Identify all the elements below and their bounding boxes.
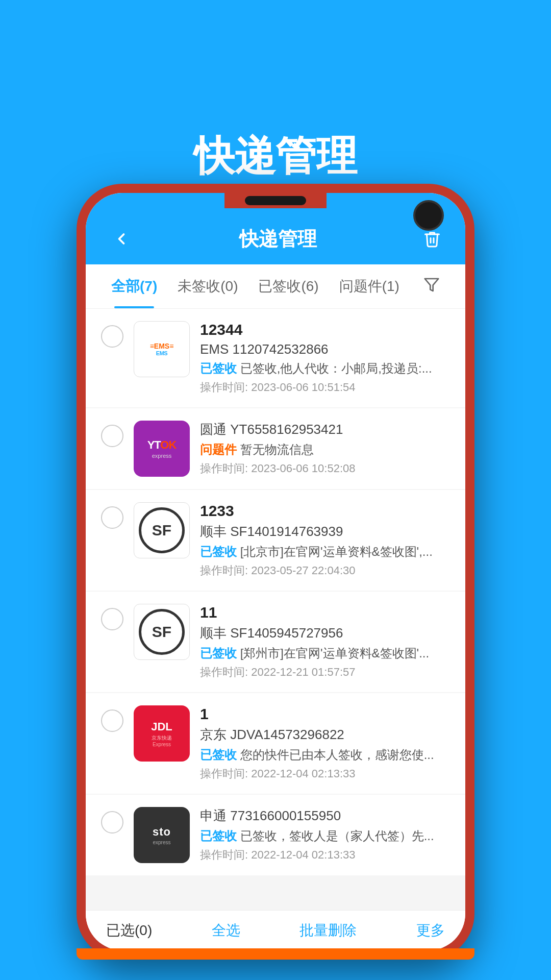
- tab-signed[interactable]: 已签收(6): [248, 264, 329, 308]
- svg-marker-0: [425, 279, 439, 291]
- item-content: 12344 EMS 1120742532866 已签收 已签收,他人代收：小邮局…: [200, 321, 450, 395]
- item-status: 已签收 已签收，签收人是（家人代签）先...: [200, 828, 450, 844]
- status-detail: [郑州市]在官网'运单资料&签收图'...: [240, 646, 430, 660]
- status-label: 问题件: [200, 443, 237, 456]
- item-tracking: EMS 1120742532866: [200, 341, 450, 357]
- item-tracking: 京东 JDVA14573296822: [200, 726, 450, 744]
- batch-delete-button[interactable]: 批量删除: [299, 921, 357, 940]
- item-checkbox[interactable]: [101, 709, 123, 732]
- tab-problem[interactable]: 问题件(1): [329, 264, 410, 308]
- item-content: 1233 顺丰 SF1401914763939 已签收 [北京市]在官网'运单资…: [200, 502, 450, 578]
- selected-count: 已选(0): [106, 921, 152, 940]
- item-time: 操作时间: 2023-05-27 22:04:30: [200, 563, 450, 578]
- item-name: 12344: [200, 321, 450, 338]
- item-tracking: 圆通 YT6558162953421: [200, 421, 450, 438]
- item-status: 已签收 您的快件已由本人签收，感谢您使...: [200, 747, 450, 763]
- item-name: 1233: [200, 502, 450, 520]
- tab-all[interactable]: 全部(7): [101, 264, 167, 308]
- carrier-logo-jdl: JDL 京东快递 Express: [134, 705, 190, 762]
- phone-notch: [224, 193, 327, 208]
- item-tracking: 顺丰 SF1405945727956: [200, 624, 450, 642]
- item-time: 操作时间: 2022-12-04 02:13:33: [200, 847, 450, 863]
- tab-unsigned[interactable]: 未签收(0): [167, 264, 248, 308]
- item-content: 申通 773166000155950 已签收 已签收，签收人是（家人代签）先..…: [200, 807, 450, 863]
- app-title: 快递管理: [239, 226, 317, 252]
- package-list[interactable]: ≡EMS≡ EMS 12344 EMS 1120742532866 已签收 已签…: [86, 309, 465, 910]
- carrier-logo-sf: SF: [134, 502, 190, 558]
- status-label: 已签收: [200, 646, 237, 660]
- page-main-title: 快递管理: [194, 132, 357, 181]
- status-detail: 暂无物流信息: [240, 443, 314, 456]
- item-status: 问题件 暂无物流信息: [200, 442, 450, 458]
- status-detail: 已签收,他人代收：小邮局,投递员:...: [240, 361, 432, 375]
- item-checkbox[interactable]: [101, 608, 123, 630]
- item-content: 11 顺丰 SF1405945727956 已签收 [郑州市]在官网'运单资料&…: [200, 604, 450, 680]
- item-status: 已签收 [北京市]在官网'运单资料&签收图',...: [200, 544, 450, 560]
- carrier-logo-ems: ≡EMS≡ EMS: [134, 321, 190, 377]
- filter-icon[interactable]: [413, 266, 450, 307]
- status-label: 已签收: [200, 748, 237, 762]
- status-label: 已签收: [200, 545, 237, 558]
- status-detail: 您的快件已由本人签收，感谢您使...: [240, 748, 434, 762]
- list-item[interactable]: sto express 申通 773166000155950 已签收 已签收，签…: [86, 795, 465, 875]
- back-button[interactable]: [106, 224, 137, 254]
- item-checkbox[interactable]: [101, 425, 123, 447]
- phone-camera: [413, 200, 444, 231]
- item-tracking: 申通 773166000155950: [200, 807, 450, 825]
- item-tracking: 顺丰 SF1401914763939: [200, 523, 450, 541]
- carrier-logo-sto: sto express: [134, 807, 190, 863]
- item-name: 1: [200, 705, 450, 723]
- status-label: 已签收: [200, 361, 237, 375]
- carrier-logo-yto: YTOK express: [134, 421, 190, 477]
- select-all-button[interactable]: 全选: [212, 921, 240, 940]
- item-time: 操作时间: 2023-06-06 10:51:54: [200, 380, 450, 395]
- item-content: 1 京东 JDVA14573296822 已签收 您的快件已由本人签收，感谢您使…: [200, 705, 450, 781]
- tabs-bar: 全部(7) 未签收(0) 已签收(6) 问题件(1): [86, 264, 465, 309]
- list-item[interactable]: SF 1233 顺丰 SF1401914763939 已签收 [北京市]在官网'…: [86, 490, 465, 591]
- item-status: 已签收 [郑州市]在官网'运单资料&签收图'...: [200, 645, 450, 662]
- bottom-toolbar: 已选(0) 全选 批量删除 更多: [86, 910, 465, 950]
- item-checkbox[interactable]: [101, 506, 123, 529]
- phone-mockup: 快递管理 全部(7) 未签收(0): [77, 184, 474, 960]
- list-item[interactable]: ≡EMS≡ EMS 12344 EMS 1120742532866 已签收 已签…: [86, 309, 465, 407]
- item-name: 11: [200, 604, 450, 621]
- carrier-logo-sf2: SF: [134, 604, 190, 660]
- item-status: 已签收 已签收,他人代收：小邮局,投递员:...: [200, 360, 450, 377]
- item-content: 圆通 YT6558162953421 问题件 暂无物流信息 操作时间: 2023…: [200, 421, 450, 476]
- status-detail: 已签收，签收人是（家人代签）先...: [240, 829, 434, 843]
- item-time: 操作时间: 2022-12-04 02:13:33: [200, 766, 450, 781]
- item-checkbox[interactable]: [101, 325, 123, 348]
- list-item[interactable]: YTOK express 圆通 YT6558162953421 问题件 暂无物流…: [86, 408, 465, 489]
- status-detail: [北京市]在官网'运单资料&签收图',...: [240, 545, 433, 558]
- item-checkbox[interactable]: [101, 811, 123, 834]
- more-button[interactable]: 更多: [416, 921, 445, 940]
- status-label: 已签收: [200, 829, 237, 843]
- item-time: 操作时间: 2023-06-06 10:52:08: [200, 461, 450, 476]
- phone-screen: 快递管理 全部(7) 未签收(0): [86, 193, 465, 950]
- list-item[interactable]: JDL 京东快递 Express 1 京东 JDVA14573296822 已签…: [86, 693, 465, 794]
- list-item[interactable]: SF 11 顺丰 SF1405945727956 已签收 [郑州市]在官网'运单…: [86, 592, 465, 692]
- item-time: 操作时间: 2022-12-21 01:57:57: [200, 665, 450, 680]
